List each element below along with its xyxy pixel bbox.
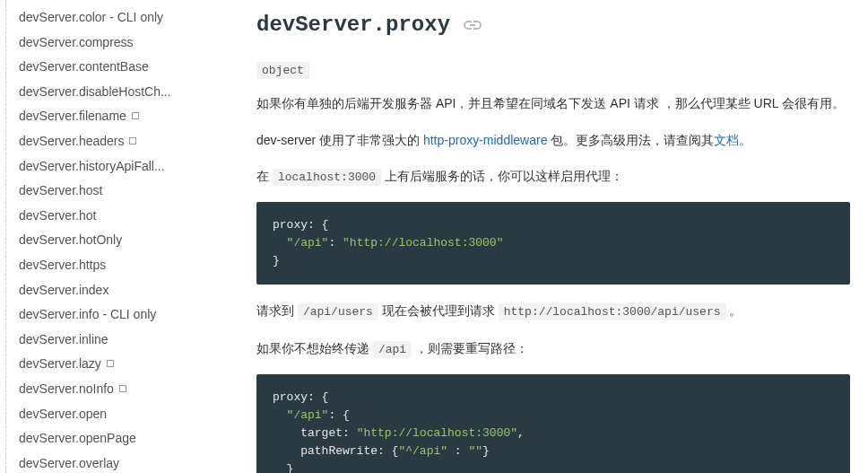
- box-icon: [129, 137, 136, 145]
- proxied-url-code: http://localhost:3000/api/users: [499, 303, 726, 320]
- code-block-2: proxy: { "/api": { target: "http://local…: [256, 374, 850, 473]
- type-code: object: [256, 62, 309, 79]
- sidebar-item-label: devServer.disableHostCh...: [19, 84, 171, 99]
- p3-text-post: 上有后端服务的话，你可以这样启用代理：: [381, 169, 623, 183]
- paragraph-1: 如果你有单独的后端开发服务器 API，并且希望在同域名下发送 API 请求 ，那…: [256, 92, 850, 116]
- sidebar-item-16[interactable]: devServer.open: [13, 402, 221, 427]
- sidebar-item-label: devServer.lazy: [19, 356, 101, 371]
- sidebar-item-14[interactable]: devServer.lazy: [13, 352, 221, 377]
- sidebar-item-label: devServer.inline: [19, 332, 108, 346]
- sidebar-item-label: devServer.index: [19, 283, 108, 297]
- sidebar-item-8[interactable]: devServer.hot: [13, 204, 221, 229]
- sidebar-item-0[interactable]: devServer.color - CLI only: [13, 5, 221, 31]
- sidebar-item-label: devServer.open: [19, 407, 107, 421]
- box-icon: [119, 385, 126, 392]
- heading-text: devServer.proxy: [256, 13, 450, 37]
- sidebar-item-18[interactable]: devServer.overlay: [13, 451, 221, 473]
- sidebar-item-label: devServer.hotOnly: [19, 232, 122, 247]
- paragraph-4: 请求到 /api/users 现在会被代理到请求 http://localhos…: [256, 299, 850, 324]
- sidebar-item-3[interactable]: devServer.disableHostCh...: [13, 80, 221, 105]
- sidebar-item-9[interactable]: devServer.hotOnly: [13, 228, 221, 253]
- section-heading: devServer.proxy: [256, 13, 850, 37]
- sidebar-item-label: devServer.color - CLI only: [19, 10, 163, 24]
- sidebar-item-10[interactable]: devServer.https: [13, 253, 221, 278]
- sidebar-item-4[interactable]: devServer.filename: [13, 104, 221, 129]
- paragraph-5: 如果你不想始终传递 /api ，则需要重写路径：: [256, 337, 850, 362]
- paragraph-3: 在 localhost:3000 上有后端服务的话，你可以这样启用代理：: [256, 164, 850, 189]
- sidebar-item-label: devServer.host: [19, 183, 102, 197]
- p4-text-mid: 现在会被代理到请求: [378, 303, 499, 318]
- sidebar-item-label: devServer.historyApiFall...: [19, 159, 165, 173]
- sidebar-item-label: devServer.info - CLI only: [19, 307, 156, 321]
- localhost-code: localhost:3000: [273, 169, 381, 186]
- sidebar-item-5[interactable]: devServer.headers: [13, 129, 221, 154]
- sidebar-item-label: devServer.noInfo: [19, 381, 114, 396]
- api-path-code: /api: [373, 341, 412, 358]
- sidebar-item-label: devServer.hot: [19, 208, 96, 223]
- p2-text-mid: 包。更多高级用法，请查阅其: [547, 133, 714, 147]
- p2-text-pre: dev-server 使用了非常强大的: [256, 133, 423, 147]
- api-users-code: /api/users: [298, 303, 378, 320]
- type-indicator: object: [256, 62, 850, 77]
- sidebar-item-label: devServer.overlay: [19, 456, 119, 470]
- sidebar-item-2[interactable]: devServer.contentBase: [13, 55, 221, 80]
- sidebar-item-6[interactable]: devServer.historyApiFall...: [13, 154, 221, 180]
- sidebar-item-13[interactable]: devServer.inline: [13, 328, 221, 353]
- sidebar-item-label: devServer.compress: [19, 35, 134, 49]
- sidebar-item-label: devServer.openPage: [19, 431, 136, 445]
- sidebar-item-12[interactable]: devServer.info - CLI only: [13, 302, 221, 328]
- paragraph-2: dev-server 使用了非常强大的 http-proxy-middlewar…: [256, 128, 850, 153]
- main-content: devServer.proxy object 如果你有单独的后端开发服务器 AP…: [221, 0, 868, 473]
- sidebar-item-11[interactable]: devServer.index: [13, 278, 221, 303]
- sidebar-item-1[interactable]: devServer.compress: [13, 31, 221, 56]
- box-icon: [107, 360, 114, 367]
- p4-text-post: 。: [726, 303, 742, 318]
- sidebar-item-label: devServer.headers: [19, 134, 125, 148]
- p3-text-pre: 在: [256, 169, 273, 183]
- sidebar-nav: devServer.color - CLI onlydevServer.comp…: [5, 0, 221, 473]
- p5-text-post: ，则需要重写路径：: [412, 341, 528, 355]
- http-proxy-middleware-link[interactable]: http-proxy-middleware: [423, 133, 548, 147]
- sidebar-item-label: devServer.filename: [19, 109, 126, 123]
- p2-text-post: 。: [739, 133, 751, 147]
- sidebar-item-label: devServer.contentBase: [19, 59, 149, 74]
- sidebar-item-label: devServer.https: [19, 258, 106, 272]
- p5-text-pre: 如果你不想始终传递: [256, 341, 373, 355]
- sidebar-item-17[interactable]: devServer.openPage: [13, 426, 221, 451]
- p4-text-pre: 请求到: [256, 303, 298, 318]
- sidebar-item-15[interactable]: devServer.noInfo: [13, 377, 221, 402]
- code-block-1: proxy: { "/api": "http://localhost:3000"…: [256, 202, 850, 285]
- sidebar-item-7[interactable]: devServer.host: [13, 179, 221, 204]
- docs-link[interactable]: 文档: [714, 133, 739, 147]
- anchor-link-icon[interactable]: [463, 19, 482, 31]
- box-icon: [132, 112, 139, 119]
